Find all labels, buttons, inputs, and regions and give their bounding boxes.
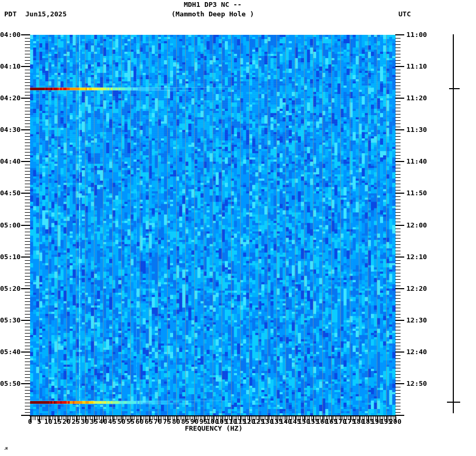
y-axis-left-tick-label: 05:20 [0,285,21,292]
y-axis-left-tick-label: 04:10 [0,63,21,70]
y-axis-right-tick-label: 12:00 [406,222,427,229]
y-axis-left-tick-label: 05:50 [0,380,21,387]
y-axis-right-tick-label: 12:20 [406,285,427,292]
y-axis-left-tick-label: 04:50 [0,189,21,197]
plot-subtitle: (Mammoth Deep Hole ) [81,11,345,18]
spectrogram-plot-canvas [0,0,476,456]
y-axis-right-tick-label: 12:50 [406,380,427,387]
y-axis-right-tick-label: 11:00 [406,31,427,39]
y-axis-right-tick-label: 11:10 [406,63,427,70]
y-axis-right-tick-label: 12:10 [406,253,427,261]
y-axis-right-tick-label: 12:40 [406,348,427,356]
y-axis-left-tick-label: 04:30 [0,126,21,134]
plot-title: MDH1 DP3 NC -- [81,1,345,8]
y-axis-right-tick-label: 11:30 [406,126,427,134]
y-axis-right-tick-label: 11:50 [406,189,427,197]
timezone-right-label: UTC [398,11,411,18]
timezone-left-label: PDT [4,11,16,18]
y-axis-right-tick-label: 12:30 [406,317,427,324]
footer-mark: .H [4,447,7,451]
y-axis-right-tick-label: 11:40 [406,158,427,165]
spectrogram-page: PDT Jun15,2025 MDH1 DP3 NC -- (Mammoth D… [0,0,476,456]
y-axis-right-tick-label: 11:20 [406,94,427,102]
x-axis-tick-label: 200 [369,418,422,425]
y-axis-left-tick-label: 05:00 [0,222,21,229]
y-axis-left-tick-label: 05:30 [0,317,21,324]
x-axis-title: FREQUENCY (HZ) [135,425,293,432]
y-axis-left-tick-label: 05:40 [0,348,21,356]
date-label: Jun15,2025 [25,11,66,18]
y-axis-left-tick-label: 05:10 [0,253,21,261]
y-axis-left-tick-label: 04:20 [0,94,21,102]
y-axis-left-tick-label: 04:40 [0,158,21,165]
y-axis-left-tick-label: 04:00 [0,31,21,39]
